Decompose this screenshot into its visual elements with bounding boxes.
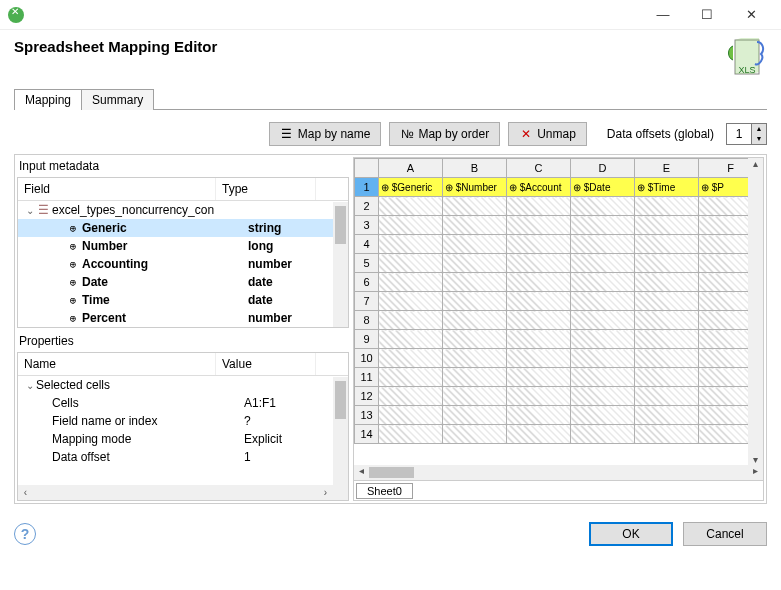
chevron-left-icon[interactable]: ◂ bbox=[354, 465, 369, 480]
collapse-icon[interactable]: ⌄ bbox=[24, 380, 36, 391]
sheet-tab-0[interactable]: Sheet0 bbox=[356, 483, 413, 499]
properties-row[interactable]: Field name or index? bbox=[18, 412, 348, 430]
cell[interactable] bbox=[379, 349, 443, 368]
mapped-cell[interactable]: ⊕ $Account bbox=[507, 178, 571, 197]
cell[interactable] bbox=[379, 330, 443, 349]
properties-col-name[interactable]: Name bbox=[18, 353, 216, 375]
cell[interactable] bbox=[443, 368, 507, 387]
mapped-cell[interactable]: ⊕ $Number bbox=[443, 178, 507, 197]
row-header[interactable]: 5 bbox=[355, 254, 379, 273]
metadata-field-row[interactable]: Numberlong bbox=[18, 237, 348, 255]
cell[interactable] bbox=[507, 254, 571, 273]
cell[interactable] bbox=[443, 387, 507, 406]
metadata-field-row[interactable]: Datedate bbox=[18, 273, 348, 291]
chevron-down-icon[interactable]: ▼ bbox=[752, 134, 766, 144]
cell[interactable] bbox=[635, 349, 699, 368]
cell[interactable] bbox=[379, 216, 443, 235]
cell[interactable] bbox=[443, 311, 507, 330]
cell[interactable] bbox=[571, 273, 635, 292]
cell[interactable] bbox=[443, 349, 507, 368]
cell[interactable] bbox=[379, 292, 443, 311]
cell[interactable] bbox=[571, 216, 635, 235]
data-offsets-input[interactable] bbox=[727, 124, 751, 144]
cell[interactable] bbox=[443, 425, 507, 444]
data-offsets-spinner[interactable]: ▲▼ bbox=[726, 123, 767, 145]
cell[interactable] bbox=[635, 216, 699, 235]
row-header[interactable]: 14 bbox=[355, 425, 379, 444]
cell[interactable] bbox=[571, 330, 635, 349]
metadata-field-row[interactable]: Timedate bbox=[18, 291, 348, 309]
row-header[interactable]: 9 bbox=[355, 330, 379, 349]
row-header[interactable]: 11 bbox=[355, 368, 379, 387]
map-by-order-button[interactable]: №Map by order bbox=[389, 122, 500, 146]
row-header[interactable]: 2 bbox=[355, 197, 379, 216]
map-by-name-button[interactable]: ☰Map by name bbox=[269, 122, 382, 146]
cell[interactable] bbox=[379, 197, 443, 216]
cell[interactable] bbox=[635, 406, 699, 425]
cell[interactable] bbox=[507, 292, 571, 311]
cell[interactable] bbox=[507, 197, 571, 216]
row-header[interactable]: 10 bbox=[355, 349, 379, 368]
cell[interactable] bbox=[571, 254, 635, 273]
cell[interactable] bbox=[507, 216, 571, 235]
row-header[interactable]: 8 bbox=[355, 311, 379, 330]
cell[interactable] bbox=[379, 254, 443, 273]
maximize-button[interactable]: ☐ bbox=[685, 0, 729, 30]
col-header[interactable]: A bbox=[379, 159, 443, 178]
cell[interactable] bbox=[379, 311, 443, 330]
cell[interactable] bbox=[507, 368, 571, 387]
cell[interactable] bbox=[571, 406, 635, 425]
metadata-field-row[interactable]: Percentnumber bbox=[18, 309, 348, 326]
properties-col-value[interactable]: Value bbox=[216, 353, 316, 375]
tab-summary[interactable]: Summary bbox=[81, 89, 154, 110]
close-button[interactable]: ✕ bbox=[729, 0, 773, 30]
cell[interactable] bbox=[443, 216, 507, 235]
col-header[interactable]: C bbox=[507, 159, 571, 178]
cell[interactable] bbox=[507, 235, 571, 254]
cell[interactable] bbox=[507, 349, 571, 368]
sheet-corner[interactable] bbox=[355, 159, 379, 178]
mapped-cell[interactable]: ⊕ $Time bbox=[635, 178, 699, 197]
cell[interactable] bbox=[507, 387, 571, 406]
chevron-up-icon[interactable]: ▲ bbox=[752, 124, 766, 134]
metadata-group-row[interactable]: ⌄excel_types_noncurrency_con bbox=[18, 201, 348, 219]
cell[interactable] bbox=[507, 425, 571, 444]
cell[interactable] bbox=[443, 197, 507, 216]
cell[interactable] bbox=[571, 349, 635, 368]
cell[interactable] bbox=[571, 235, 635, 254]
cell[interactable] bbox=[379, 387, 443, 406]
row-header[interactable]: 12 bbox=[355, 387, 379, 406]
help-icon[interactable]: ? bbox=[14, 523, 36, 545]
cell[interactable] bbox=[635, 235, 699, 254]
chevron-right-icon[interactable]: › bbox=[318, 487, 333, 498]
cell[interactable] bbox=[635, 387, 699, 406]
sheet-hscroll[interactable]: ◂ ▸ bbox=[354, 465, 763, 480]
properties-vscroll[interactable] bbox=[333, 377, 348, 500]
collapse-icon[interactable]: ⌄ bbox=[24, 205, 36, 216]
cell[interactable] bbox=[507, 273, 571, 292]
cell[interactable] bbox=[507, 406, 571, 425]
cell[interactable] bbox=[379, 273, 443, 292]
mapped-cell[interactable]: ⊕ $Date bbox=[571, 178, 635, 197]
cell[interactable] bbox=[571, 368, 635, 387]
row-header[interactable]: 1 bbox=[355, 178, 379, 197]
mapped-cell[interactable]: ⊕ $Generic bbox=[379, 178, 443, 197]
cell[interactable] bbox=[571, 425, 635, 444]
chevron-up-icon[interactable]: ▴ bbox=[748, 158, 763, 169]
cell[interactable] bbox=[635, 425, 699, 444]
col-header[interactable]: B bbox=[443, 159, 507, 178]
properties-row[interactable]: Data offset1 bbox=[18, 448, 348, 466]
sheet-vscroll[interactable]: ▴ ▾ bbox=[748, 158, 763, 465]
cell[interactable] bbox=[443, 235, 507, 254]
cell[interactable] bbox=[443, 330, 507, 349]
cell[interactable] bbox=[635, 292, 699, 311]
unmap-button[interactable]: ✕Unmap bbox=[508, 122, 587, 146]
row-header[interactable]: 13 bbox=[355, 406, 379, 425]
cell[interactable] bbox=[379, 406, 443, 425]
spinner-arrows[interactable]: ▲▼ bbox=[751, 124, 766, 144]
cell[interactable] bbox=[635, 273, 699, 292]
cell[interactable] bbox=[443, 254, 507, 273]
cell[interactable] bbox=[635, 254, 699, 273]
cell[interactable] bbox=[379, 368, 443, 387]
cell[interactable] bbox=[571, 197, 635, 216]
